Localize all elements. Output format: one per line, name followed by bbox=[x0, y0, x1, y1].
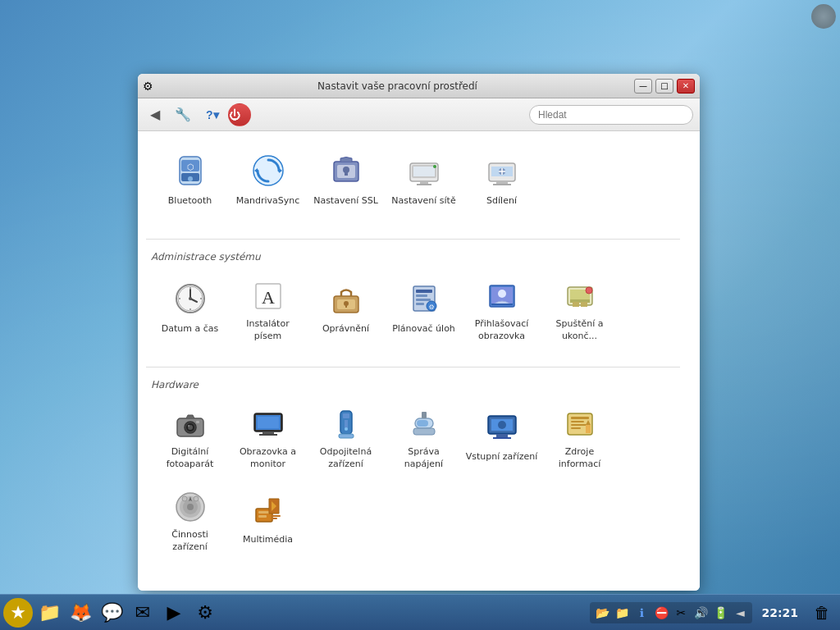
item-usb[interactable]: Odpojitelná zařízení bbox=[307, 400, 385, 470]
section-divider-hardware bbox=[146, 367, 680, 368]
tray-cut[interactable]: ✂ bbox=[672, 604, 690, 622]
tray-stop[interactable]: ⛔ bbox=[652, 604, 670, 622]
item-media[interactable]: Multimédia bbox=[229, 483, 307, 553]
item-display[interactable]: Obrazovka a monitor bbox=[229, 400, 307, 470]
taskbar-files-button[interactable]: 📁 bbox=[34, 598, 64, 628]
svg-point-93 bbox=[187, 504, 194, 510]
hardware-section: Hardware bbox=[138, 358, 688, 569]
toolbar: ◀ 🔧 ?▾ ⏻ bbox=[138, 98, 700, 131]
tools-button[interactable]: 🔧 bbox=[169, 103, 197, 126]
svg-point-49 bbox=[498, 290, 506, 298]
close-button[interactable]: ✕ bbox=[677, 79, 695, 94]
item-power-label: Správa napájení bbox=[388, 446, 460, 470]
system-items-grid: Datum a čas A Instalátor písem bbox=[138, 267, 688, 350]
item-datetime[interactable]: Datum a čas bbox=[151, 272, 229, 342]
svg-rect-54 bbox=[573, 302, 579, 307]
taskbar-trash[interactable]: 🗑 bbox=[807, 598, 837, 628]
search-input[interactable] bbox=[529, 105, 693, 125]
item-ssl-label: Nastavení SSL bbox=[313, 195, 378, 207]
item-camera[interactable]: Digitální fotoaparát bbox=[151, 400, 229, 470]
tray-arrow[interactable]: ◄ bbox=[731, 604, 749, 622]
power-button[interactable]: ⏻ bbox=[228, 103, 251, 126]
svg-point-95 bbox=[194, 496, 199, 501]
svg-rect-84 bbox=[571, 417, 589, 419]
svg-rect-11 bbox=[345, 171, 348, 176]
item-shutdown-label: Spuštění a ukonč... bbox=[544, 318, 616, 342]
item-media-label: Multimédia bbox=[243, 534, 293, 546]
item-info-label: Zdroje informací bbox=[544, 446, 616, 470]
hardware-items-grid: Digitální fotoaparát Obr bbox=[138, 395, 688, 478]
tray-folder2[interactable]: 📁 bbox=[613, 604, 631, 622]
item-mandrivasync-label: MandrivaSync bbox=[236, 195, 300, 207]
tray-info[interactable]: ℹ bbox=[632, 604, 651, 622]
svg-text:⚙: ⚙ bbox=[428, 304, 434, 311]
svg-rect-16 bbox=[417, 184, 431, 185]
svg-rect-15 bbox=[420, 181, 428, 184]
system-section: Administrace systému bbox=[138, 231, 688, 358]
tray-battery[interactable]: 🔋 bbox=[711, 604, 729, 622]
tray-folder1[interactable]: 📂 bbox=[593, 604, 611, 622]
svg-rect-101 bbox=[271, 518, 277, 519]
item-perms[interactable]: Oprávnění bbox=[307, 272, 385, 342]
svg-text:A: A bbox=[262, 287, 275, 308]
taskbar-player-button[interactable]: ▶ bbox=[159, 598, 189, 628]
taskbar-right: 📂 📁 ℹ ⛔ ✂ 🔊 🔋 ◄ 22:21 🗑 bbox=[590, 598, 837, 628]
taskbar-left: ★ 📁 🦊 💬 ✉ ▶ ⚙ bbox=[3, 598, 220, 628]
item-display-label: Obrazovka a monitor bbox=[232, 446, 304, 470]
taskbar-start-button[interactable]: ★ bbox=[3, 598, 33, 628]
maximize-button[interactable]: □ bbox=[655, 79, 673, 94]
item-activity-label: Činnosti zařízení bbox=[154, 529, 226, 553]
svg-rect-80 bbox=[493, 437, 511, 439]
svg-rect-74 bbox=[417, 420, 428, 427]
content-area: ⬡ Bluetooth bbox=[138, 131, 700, 591]
tray-speaker[interactable]: 🔊 bbox=[692, 604, 710, 622]
svg-rect-97 bbox=[258, 511, 270, 514]
item-bluetooth[interactable]: ⬡ Bluetooth bbox=[151, 144, 229, 214]
svg-rect-70 bbox=[339, 434, 354, 438]
titlebar: ⚙ Nastavit vaše pracovní prostředí — □ ✕ bbox=[138, 74, 700, 98]
svg-point-29 bbox=[189, 297, 192, 300]
item-tasks-label: Plánovač úloh bbox=[392, 323, 455, 335]
item-info[interactable]: Zdroje informací bbox=[541, 400, 619, 470]
system-tray: 📂 📁 ℹ ⛔ ✂ 🔊 🔋 ◄ bbox=[590, 602, 752, 623]
minimize-button[interactable]: — bbox=[634, 79, 652, 94]
item-share[interactable]: Sdílení bbox=[463, 144, 541, 214]
svg-rect-75 bbox=[413, 428, 435, 435]
back-button[interactable]: ◀ bbox=[144, 103, 166, 126]
item-activity[interactable]: Činnosti zařízení bbox=[151, 483, 229, 553]
hardware-section-header: Hardware bbox=[138, 374, 688, 395]
taskbar-chat-button[interactable]: 💬 bbox=[97, 598, 126, 628]
item-input[interactable]: Vstupní zařízení bbox=[463, 400, 541, 470]
svg-rect-44 bbox=[416, 303, 424, 305]
svg-rect-67 bbox=[258, 417, 279, 428]
svg-rect-65 bbox=[262, 431, 274, 434]
svg-rect-14 bbox=[413, 167, 435, 176]
svg-rect-98 bbox=[258, 515, 267, 518]
desktop-top-right-icon bbox=[811, 4, 836, 29]
help-button[interactable]: ?▾ bbox=[200, 103, 225, 126]
item-tasks[interactable]: ⚙ Plánovač úloh bbox=[385, 272, 463, 342]
item-perms-label: Oprávnění bbox=[322, 323, 369, 335]
svg-rect-100 bbox=[271, 515, 281, 517]
svg-rect-20 bbox=[496, 181, 508, 184]
svg-rect-88 bbox=[586, 425, 591, 433]
item-network-label: Nastavení sítě bbox=[391, 195, 455, 207]
section-divider-system bbox=[146, 239, 680, 240]
svg-rect-39 bbox=[345, 304, 347, 308]
item-ssl[interactable]: Nastavení SSL bbox=[307, 144, 385, 214]
item-fonts[interactable]: A Instalátor písem bbox=[229, 272, 307, 342]
svg-rect-43 bbox=[416, 299, 431, 301]
item-network[interactable]: Nastavení sítě bbox=[385, 144, 463, 214]
taskbar-mail-button[interactable]: ✉ bbox=[128, 598, 158, 628]
svg-rect-41 bbox=[416, 290, 432, 293]
item-mandrivasync[interactable]: MandrivaSync bbox=[229, 144, 307, 214]
item-login[interactable]: Přihlašovací obrazovka bbox=[463, 272, 541, 342]
window-title: Nastavit vaše pracovní prostředí bbox=[161, 80, 634, 92]
window-icon: ⚙ bbox=[143, 80, 156, 93]
item-shutdown[interactable]: Spuštění a ukonč... bbox=[541, 272, 619, 342]
svg-rect-66 bbox=[259, 434, 277, 436]
item-power[interactable]: Správa napájení bbox=[385, 400, 463, 470]
taskbar-settings-button[interactable]: ⚙ bbox=[190, 598, 220, 628]
item-bluetooth-label: Bluetooth bbox=[168, 195, 212, 207]
taskbar-firefox-button[interactable]: 🦊 bbox=[66, 598, 95, 628]
